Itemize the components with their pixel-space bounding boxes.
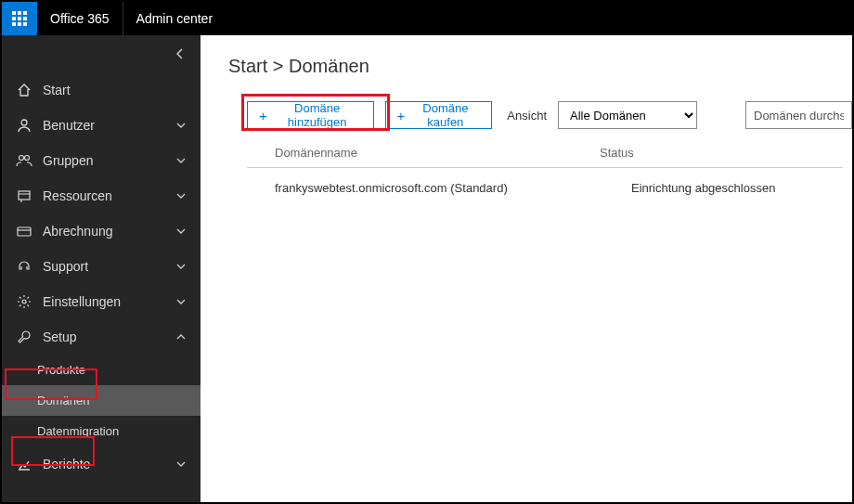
column-status[interactable]: Status bbox=[600, 146, 843, 160]
cell-status: Einrichtung abgeschlossen bbox=[600, 181, 843, 195]
reports-icon bbox=[13, 457, 35, 472]
chevron-down-icon bbox=[176, 158, 186, 163]
chevron-down-icon bbox=[176, 193, 186, 199]
sidebar-item-label: Gruppen bbox=[43, 153, 176, 168]
sidebar-item-label: Abrechnung bbox=[43, 224, 176, 239]
brand-label[interactable]: Office 365 bbox=[37, 2, 123, 35]
sidebar-item-label: Benutzer bbox=[43, 118, 176, 133]
sidebar-item-label: Setup bbox=[43, 330, 176, 344]
support-icon bbox=[13, 259, 35, 274]
chevron-down-icon bbox=[176, 123, 186, 128]
sidebar-item-label: Ressourcen bbox=[43, 188, 176, 203]
view-dropdown[interactable]: Alle Domänen bbox=[558, 101, 697, 129]
sidebar: Start Benutzer Gruppen Ressourcen bbox=[2, 35, 201, 502]
sidebar-item-berichte[interactable]: Berichte bbox=[2, 446, 201, 482]
app-launcher-button[interactable] bbox=[2, 2, 37, 35]
chevron-left-icon bbox=[176, 48, 184, 59]
plus-icon: + bbox=[259, 109, 267, 123]
waffle-icon bbox=[12, 11, 27, 26]
chevron-up-icon bbox=[176, 334, 186, 340]
billing-icon bbox=[13, 224, 35, 239]
sidebar-item-gruppen[interactable]: Gruppen bbox=[2, 143, 201, 178]
chevron-down-icon bbox=[176, 299, 186, 304]
sidebar-item-ressourcen[interactable]: Ressourcen bbox=[2, 178, 201, 213]
resources-icon bbox=[13, 188, 35, 203]
sidebar-item-support[interactable]: Support bbox=[2, 249, 201, 284]
button-label: Domäne hinzufügen bbox=[273, 101, 362, 129]
sidebar-item-label: Einstellungen bbox=[43, 294, 176, 309]
domains-table: Domänenname Status frankyswebtest.onmicr… bbox=[228, 146, 852, 208]
svg-point-0 bbox=[21, 120, 27, 125]
sidebar-item-label: Berichte bbox=[43, 457, 176, 472]
table-header: Domänenname Status bbox=[247, 146, 843, 168]
app-name-label: Admin center bbox=[123, 2, 226, 35]
group-icon bbox=[13, 153, 35, 168]
plus-icon: + bbox=[397, 109, 406, 123]
sidebar-item-abrechnung[interactable]: Abrechnung bbox=[2, 213, 201, 249]
chevron-down-icon bbox=[176, 228, 186, 234]
table-row[interactable]: frankyswebtest.onmicrosoft.com (Standard… bbox=[247, 168, 843, 208]
sidebar-subitem-produkte[interactable]: Produkte bbox=[2, 355, 201, 385]
sidebar-subitem-datenmigration[interactable]: Datenmigration bbox=[2, 416, 201, 446]
breadcrumb: Start > Domänen bbox=[228, 56, 852, 77]
view-label: Ansicht bbox=[507, 109, 547, 123]
chevron-down-icon bbox=[176, 461, 186, 467]
toolbar: + Domäne hinzufügen + Domäne kaufen Ansi… bbox=[228, 101, 852, 129]
svg-point-1 bbox=[19, 156, 24, 161]
sidebar-item-label: Start bbox=[43, 83, 186, 97]
buy-domain-button[interactable]: + Domäne kaufen bbox=[385, 101, 493, 129]
gear-icon bbox=[13, 294, 35, 309]
column-domainname[interactable]: Domänenname bbox=[247, 146, 600, 160]
wrench-icon bbox=[13, 330, 35, 344]
button-label: Domäne kaufen bbox=[410, 101, 480, 129]
user-icon bbox=[13, 118, 35, 133]
cell-domainname: frankyswebtest.onmicrosoft.com (Standard… bbox=[247, 181, 600, 195]
sidebar-item-setup[interactable]: Setup bbox=[2, 319, 201, 355]
sidebar-item-label: Support bbox=[43, 259, 176, 274]
sidebar-item-einstellungen[interactable]: Einstellungen bbox=[2, 284, 201, 319]
main-content: Start > Domänen + Domäne hinzufügen + Do… bbox=[201, 35, 852, 502]
add-domain-button[interactable]: + Domäne hinzufügen bbox=[247, 101, 374, 129]
sidebar-subitem-label: Datenmigration bbox=[37, 424, 119, 438]
search-input[interactable] bbox=[745, 101, 852, 129]
chevron-down-icon bbox=[176, 264, 186, 269]
top-bar: Office 365 Admin center bbox=[2, 2, 852, 35]
svg-rect-3 bbox=[19, 191, 30, 200]
svg-rect-4 bbox=[18, 227, 31, 236]
svg-point-2 bbox=[25, 156, 30, 161]
sidebar-item-benutzer[interactable]: Benutzer bbox=[2, 108, 201, 143]
sidebar-collapse-button[interactable] bbox=[2, 35, 201, 72]
home-icon bbox=[13, 83, 35, 97]
sidebar-subitem-label: Produkte bbox=[37, 363, 85, 377]
sidebar-subitem-label: Domänen bbox=[37, 394, 89, 407]
sidebar-subitem-domaenen[interactable]: Domänen bbox=[2, 385, 201, 416]
svg-point-5 bbox=[22, 300, 26, 304]
sidebar-item-start[interactable]: Start bbox=[2, 72, 201, 108]
